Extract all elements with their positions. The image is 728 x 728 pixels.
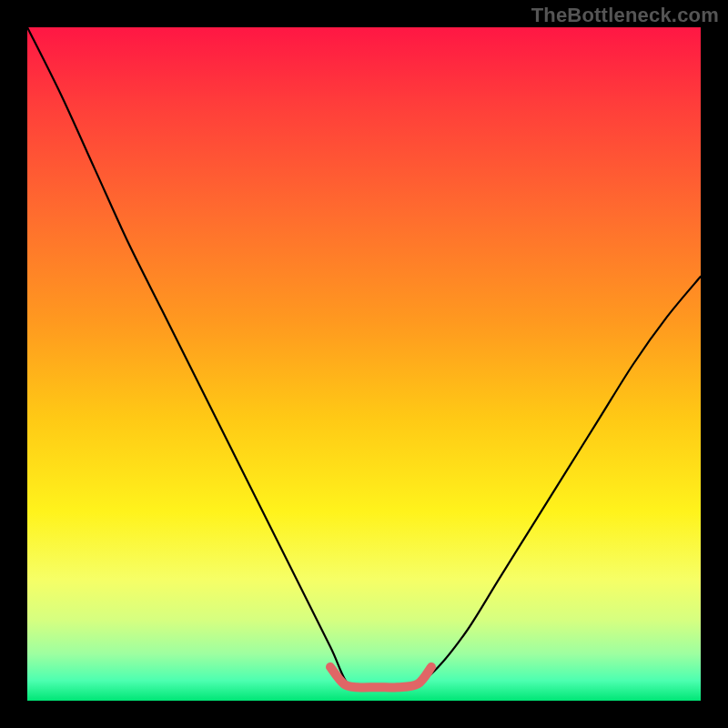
watermark-text: TheBottleneck.com xyxy=(531,4,719,27)
app-frame: TheBottleneck.com xyxy=(0,0,728,728)
chart-area xyxy=(27,27,701,701)
bottleneck-chart xyxy=(27,27,701,701)
gradient-background xyxy=(27,27,701,701)
